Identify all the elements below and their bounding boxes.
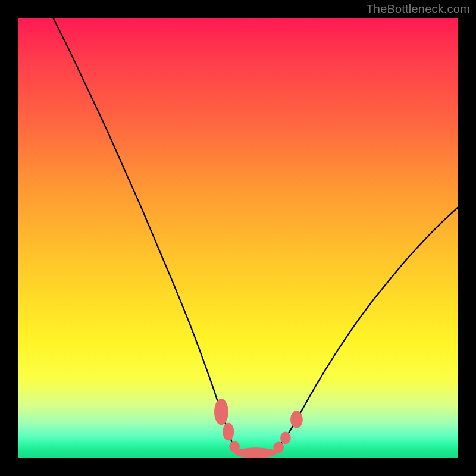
marker-right-single-mid xyxy=(280,432,291,444)
chart-plot-area xyxy=(18,18,458,458)
chart-svg xyxy=(18,18,458,458)
curve-group xyxy=(53,18,458,454)
marker-right-single-low xyxy=(273,442,284,453)
marker-right-cluster-upper xyxy=(290,411,303,428)
marker-group xyxy=(214,399,303,458)
marker-trough-band xyxy=(234,447,277,458)
marker-left-cluster-upper xyxy=(214,399,228,425)
curve-left-curve xyxy=(53,18,238,453)
marker-left-cluster-lower xyxy=(223,423,234,441)
chart-frame: TheBottleneck.com xyxy=(0,0,476,476)
watermark-text: TheBottleneck.com xyxy=(366,2,470,16)
